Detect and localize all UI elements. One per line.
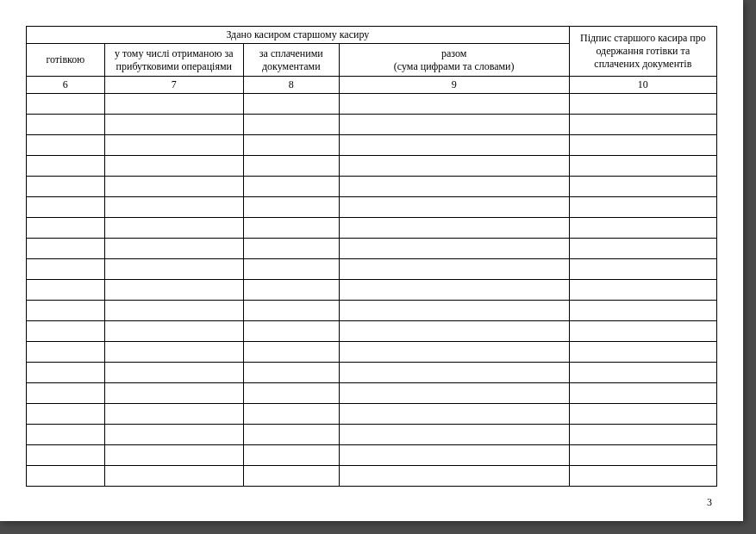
table-row xyxy=(27,156,717,177)
table-cell xyxy=(104,218,243,239)
table-cell xyxy=(569,301,716,321)
table-cell xyxy=(104,156,243,177)
table-cell xyxy=(569,466,716,487)
table-cell xyxy=(27,466,105,487)
table-row xyxy=(27,94,717,115)
table-cell xyxy=(27,94,105,115)
table-cell xyxy=(339,197,569,218)
table-cell xyxy=(27,383,105,404)
table-row xyxy=(27,197,717,218)
col-received-header: у тому числі отриманою за прибутковими о… xyxy=(104,44,243,77)
table-cell xyxy=(569,197,716,218)
table-cell xyxy=(104,363,243,383)
table-cell xyxy=(27,135,105,156)
col-num-7: 7 xyxy=(104,77,243,94)
table-cell xyxy=(27,342,105,363)
table-cell xyxy=(104,280,243,301)
table-cell xyxy=(243,259,339,280)
col-total-header: разом (сума цифрами та словами) xyxy=(339,44,569,77)
table-row xyxy=(27,383,717,404)
table-row xyxy=(27,177,717,197)
table-row xyxy=(27,115,717,135)
table-row xyxy=(27,301,717,321)
table-cell xyxy=(569,342,716,363)
table-cell xyxy=(243,177,339,197)
table-cell xyxy=(569,135,716,156)
table-cell xyxy=(27,425,105,445)
table-cell xyxy=(243,321,339,342)
table-cell xyxy=(27,280,105,301)
table-cell xyxy=(569,425,716,445)
table-cell xyxy=(27,197,105,218)
table-cell xyxy=(569,363,716,383)
table-row xyxy=(27,425,717,445)
table-cell xyxy=(104,466,243,487)
table-cell xyxy=(27,404,105,425)
table-cell xyxy=(27,156,105,177)
table-cell xyxy=(27,321,105,342)
table-cell xyxy=(243,197,339,218)
group-header: Здано касиром старшому касиру xyxy=(27,27,570,44)
table-cell xyxy=(104,383,243,404)
table-cell xyxy=(243,280,339,301)
table-cell xyxy=(339,259,569,280)
table-cell xyxy=(339,135,569,156)
table-row xyxy=(27,363,717,383)
table-cell xyxy=(243,94,339,115)
table-cell xyxy=(339,218,569,239)
table-row xyxy=(27,259,717,280)
table-cell xyxy=(243,342,339,363)
table-cell xyxy=(243,404,339,425)
table-row xyxy=(27,466,717,487)
table-row xyxy=(27,342,717,363)
table-cell xyxy=(339,383,569,404)
table-cell xyxy=(104,239,243,259)
page-number: 3 xyxy=(707,496,712,509)
table-row xyxy=(27,445,717,466)
table-cell xyxy=(27,239,105,259)
table-cell xyxy=(104,115,243,135)
table-cell xyxy=(27,363,105,383)
table-cell xyxy=(569,383,716,404)
col-num-8: 8 xyxy=(243,77,339,94)
table-cell xyxy=(339,115,569,135)
table-cell xyxy=(339,321,569,342)
table-cell xyxy=(243,363,339,383)
table-row xyxy=(27,321,717,342)
table-cell xyxy=(339,466,569,487)
table-cell xyxy=(27,177,105,197)
table-cell xyxy=(339,342,569,363)
table-cell xyxy=(569,94,716,115)
table-cell xyxy=(569,218,716,239)
table-row xyxy=(27,404,717,425)
ledger-table: Здано касиром старшому касиру Підпис ста… xyxy=(26,26,717,487)
table-cell xyxy=(243,218,339,239)
table-cell xyxy=(569,404,716,425)
table-cell xyxy=(243,425,339,445)
col-signature-header: Підпис старшого касира про одержання гот… xyxy=(569,27,716,77)
table-cell xyxy=(104,342,243,363)
table-cell xyxy=(569,239,716,259)
table-cell xyxy=(339,363,569,383)
table-cell xyxy=(104,94,243,115)
table-cell xyxy=(27,259,105,280)
table-row xyxy=(27,218,717,239)
table-cell xyxy=(339,156,569,177)
table-cell xyxy=(569,445,716,466)
table-cell xyxy=(104,301,243,321)
table-cell xyxy=(569,321,716,342)
table-cell xyxy=(339,425,569,445)
table-body xyxy=(27,94,717,487)
col-paid-docs-header: за сплаченими документами xyxy=(243,44,339,77)
table-cell xyxy=(339,94,569,115)
col-num-10: 10 xyxy=(569,77,716,94)
table-cell xyxy=(339,445,569,466)
col-cash-header: готівкою xyxy=(27,44,105,77)
table-row xyxy=(27,239,717,259)
table-cell xyxy=(104,404,243,425)
table-cell xyxy=(27,115,105,135)
table-row xyxy=(27,280,717,301)
col-num-6: 6 xyxy=(27,77,105,94)
table-cell xyxy=(339,301,569,321)
table-cell xyxy=(339,404,569,425)
